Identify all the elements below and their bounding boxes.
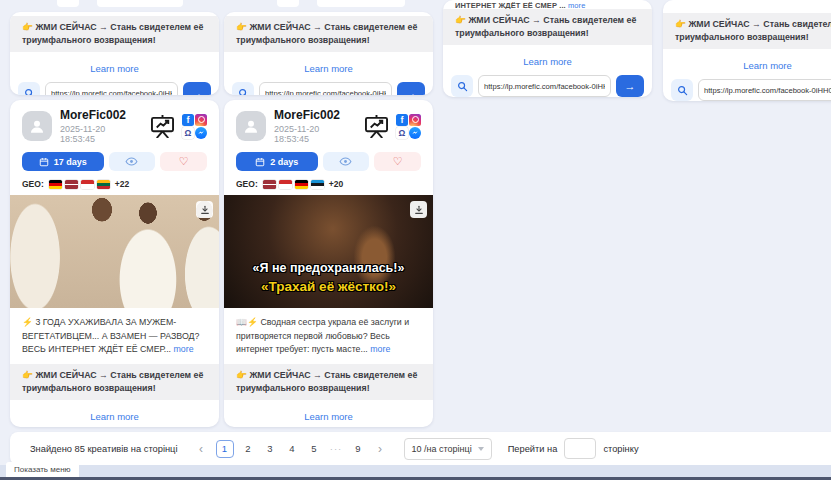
search-button[interactable] [18,82,40,95]
avatar [22,111,52,141]
next-page-button[interactable]: › [373,442,388,456]
flag-de-icon [49,180,62,189]
url-input[interactable] [698,79,831,101]
flag-de-icon [295,180,308,189]
page-button-4[interactable]: 4 [285,443,300,454]
prev-page-button[interactable]: ‹ [194,442,209,456]
profile-text: MoreFic002 2025-11-20 18:53:45 [274,108,356,144]
favorite-button[interactable]: ♡ [374,152,421,171]
messenger-icon [409,127,421,139]
cut-off-element [277,0,299,7]
search-button[interactable] [451,75,473,97]
bottom-strip [0,465,831,477]
flag-lv-icon [65,180,78,189]
cta-bar: 👉 ЖМИ СЕЙЧАС → Стань свидетелем её триум… [10,16,219,52]
download-icon [414,205,424,215]
open-url-button[interactable]: → [616,75,644,97]
page-button-2[interactable]: 2 [241,443,256,454]
ad-board-icon [364,115,389,138]
page-ellipsis[interactable]: ··· [329,443,344,454]
page-size-select[interactable]: 10 /на сторінці [404,438,492,460]
messenger-icon [195,127,207,139]
url-row [663,77,831,101]
learn-more-row: Learn more [443,45,652,72]
days-active-button[interactable]: 2 days [236,152,318,171]
goto-page-input[interactable] [564,438,596,459]
creative-image[interactable] [10,195,219,308]
creative-card-1: MoreFic002 2025-11-20 18:53:45 f Ω 17 da… [10,100,219,427]
views-button[interactable] [109,152,156,171]
learn-more-link[interactable]: Learn more [523,56,572,67]
goto-page-suffix: сторінку [603,444,638,454]
heart-icon: ♡ [179,156,189,167]
flag-id-icon [279,180,292,189]
flag-lt-icon [97,180,110,189]
arrow-right-icon: → [192,88,203,95]
more-link[interactable]: more [174,344,194,354]
url-row: → [443,73,652,97]
more-link[interactable]: more [370,344,390,354]
page-button-5[interactable]: 5 [307,443,322,454]
page-button-1[interactable]: 1 [216,440,234,458]
geo-row: GEO: +20 [224,171,433,189]
image-overlay-text-1: «Я не предохранялась!» [224,261,433,275]
cta-bar: 👉 ЖМИ СЕЙЧАС → Стань свидетелем её триум… [10,364,219,400]
search-icon [238,88,249,95]
url-input[interactable] [259,82,392,95]
favorite-button[interactable]: ♡ [160,152,207,171]
learn-more-link[interactable]: Learn more [304,411,353,422]
search-icon [457,81,468,92]
results-count-text: Знайдено 85 креативів на сторінці [30,444,178,454]
show-menu-button[interactable]: Показать меню [6,462,79,477]
search-button[interactable] [671,79,693,101]
instagram-icon [409,114,421,126]
url-input[interactable] [478,75,611,97]
page-button-3[interactable]: 3 [263,443,278,454]
open-url-button[interactable]: → [183,82,211,95]
search-icon [677,85,688,96]
facebook-icon: f [396,114,408,126]
ad-card-cutoff-4: 👉 ЖМИ СЕЙЧАС → Стань свидетелем её триум… [663,0,831,101]
views-button[interactable] [323,152,370,171]
geo-flags [49,180,110,189]
geo-more-count[interactable]: +20 [329,179,343,189]
cut-off-ad-text: ИНТЕРНЕТ ЖДЁТ ЕЁ СМЕР ... more [443,0,652,9]
days-active-button[interactable]: 17 days [22,152,104,171]
more-link[interactable]: more [568,1,586,9]
learn-more-row: Learn more [224,52,433,79]
url-input[interactable] [45,82,178,95]
audience-network-icon: Ω [182,127,194,139]
learn-more-link[interactable]: Learn more [90,63,139,74]
geo-flags [263,180,324,189]
geo-label: GEO: [22,179,44,189]
page-button-9[interactable]: 9 [351,443,366,454]
eye-icon [339,155,352,168]
creative-date: 2025-11-20 18:53:45 [274,124,356,144]
creative-image[interactable]: «Я не предохранялась!» «Трахай её жёстко… [224,195,433,308]
person-icon [28,117,46,135]
facebook-icon: f [182,114,194,126]
goto-page-label: Перейти на [508,444,558,454]
calendar-icon [255,157,265,167]
learn-more-link[interactable]: Learn more [90,411,139,422]
learn-more-link[interactable]: Learn more [304,63,353,74]
profile-row: MoreFic002 2025-11-20 18:53:45 f Ω [10,100,219,144]
learn-more-row: Learn more [663,49,831,76]
learn-more-row: Learn more [224,400,433,427]
cta-bar: 👉 ЖМИ СЕЙЧАС → Стань свидетелем её триум… [443,9,652,45]
learn-more-link[interactable]: Learn more [743,60,792,71]
cta-bar: 👉 ЖМИ СЕЙЧАС → Стань свидетелем её триум… [663,13,831,49]
platform-icons: f Ω [150,114,207,139]
ad-text-block: ⚡ 3 ГОДА УХАЖИВАЛА ЗА МУЖЕМ-ВЕГЕТАТИВЦЕМ… [10,308,219,357]
download-image-button[interactable] [196,201,213,218]
ad-card-cutoff-3: ИНТЕРНЕТ ЖДЁТ ЕЁ СМЕР ... more 👉 ЖМИ СЕЙ… [443,0,652,97]
cta-text: 👉 ЖМИ СЕЙЧАС → Стань свидетелем её триум… [236,22,417,45]
placement-icons: f Ω [182,114,207,139]
open-url-button[interactable]: → [397,82,425,95]
chevron-down-icon [478,447,484,451]
flag-ee-icon [311,180,324,189]
audience-network-icon: Ω [396,127,408,139]
geo-more-count[interactable]: +22 [115,179,129,189]
download-image-button[interactable] [410,201,427,218]
search-button[interactable] [232,82,254,95]
